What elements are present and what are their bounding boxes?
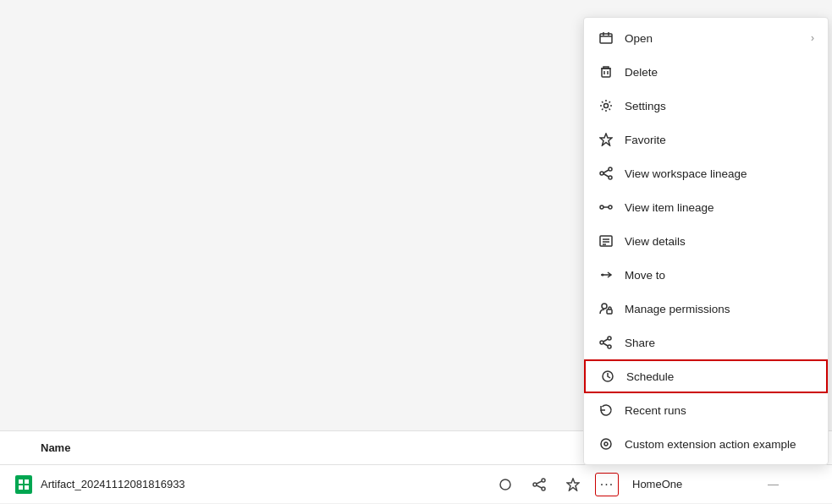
row-file-icon bbox=[14, 474, 34, 495]
schedule-icon bbox=[599, 368, 616, 385]
more-actions-button[interactable]: ··· bbox=[595, 473, 619, 496]
svg-line-9 bbox=[537, 485, 542, 488]
row-dash-cell: — bbox=[768, 478, 818, 490]
svg-marker-16 bbox=[600, 134, 612, 145]
custom-icon bbox=[598, 436, 614, 452]
menu-item-custom-extension[interactable]: Custom extension action example bbox=[584, 427, 828, 461]
svg-rect-11 bbox=[600, 34, 612, 43]
name-column-header: Name bbox=[14, 441, 497, 454]
menu-move-label: Move to bbox=[625, 269, 814, 282]
svg-point-15 bbox=[604, 104, 609, 108]
svg-point-34 bbox=[608, 345, 611, 348]
menu-item-manage-permissions[interactable]: Manage permissions bbox=[584, 292, 828, 326]
delete-icon bbox=[598, 63, 614, 80]
svg-rect-31 bbox=[607, 310, 612, 314]
svg-point-30 bbox=[602, 304, 607, 309]
grid-icon bbox=[17, 478, 30, 491]
row-type-cell: HomeOne bbox=[632, 478, 768, 490]
move-icon bbox=[598, 266, 614, 283]
svg-point-22 bbox=[600, 205, 603, 209]
svg-line-21 bbox=[603, 174, 609, 178]
svg-point-4 bbox=[500, 479, 510, 490]
svg-point-33 bbox=[600, 341, 603, 344]
svg-line-8 bbox=[537, 481, 542, 484]
share-icon bbox=[598, 334, 614, 351]
svg-point-17 bbox=[600, 172, 603, 175]
svg-point-29 bbox=[602, 274, 604, 277]
menu-workspace-lineage-label: View workspace lineage bbox=[625, 167, 814, 180]
menu-item-favorite[interactable]: Favorite bbox=[584, 123, 828, 156]
menu-item-recent-runs[interactable]: Recent runs bbox=[584, 393, 828, 427]
circle-icon bbox=[499, 478, 512, 491]
svg-rect-3 bbox=[25, 485, 29, 490]
star-row-icon bbox=[566, 478, 580, 491]
menu-details-label: View details bbox=[625, 235, 814, 248]
lineage-icon bbox=[598, 165, 614, 182]
menu-favorite-label: Favorite bbox=[625, 134, 814, 146]
svg-point-7 bbox=[542, 487, 545, 490]
menu-item-move-to[interactable]: Move to bbox=[584, 258, 828, 292]
open-submenu-chevron: › bbox=[811, 32, 814, 44]
svg-point-6 bbox=[533, 483, 537, 486]
favorite-action-button[interactable] bbox=[561, 473, 585, 496]
svg-point-19 bbox=[609, 176, 612, 179]
svg-rect-1 bbox=[25, 479, 29, 484]
menu-settings-label: Settings bbox=[625, 100, 814, 112]
open-icon bbox=[598, 30, 614, 47]
menu-item-open[interactable]: Open › bbox=[584, 21, 828, 55]
share-action-button[interactable] bbox=[527, 473, 551, 496]
row-actions: ··· bbox=[493, 473, 619, 496]
svg-rect-0 bbox=[19, 479, 23, 484]
menu-item-schedule[interactable]: Schedule bbox=[584, 359, 828, 393]
permissions-icon bbox=[598, 300, 614, 317]
menu-permissions-label: Manage permissions bbox=[625, 303, 814, 315]
menu-item-view-workspace-lineage[interactable]: View workspace lineage bbox=[584, 156, 828, 190]
svg-point-38 bbox=[601, 439, 611, 449]
svg-rect-12 bbox=[602, 68, 610, 77]
recent-runs-icon bbox=[598, 402, 614, 419]
svg-point-32 bbox=[608, 337, 611, 340]
row-name-cell: Artifact_20241112081816933 bbox=[41, 478, 493, 490]
svg-rect-2 bbox=[19, 485, 23, 490]
menu-delete-label: Delete bbox=[625, 66, 814, 79]
favorite-icon bbox=[598, 131, 614, 148]
menu-item-lineage-label: View item lineage bbox=[625, 201, 814, 214]
svg-point-23 bbox=[609, 205, 612, 209]
ellipsis-icon: ··· bbox=[600, 477, 614, 492]
menu-item-delete[interactable]: Delete bbox=[584, 55, 828, 89]
menu-recent-runs-label: Recent runs bbox=[625, 404, 814, 417]
svg-line-36 bbox=[603, 343, 608, 346]
item-lineage-icon bbox=[598, 199, 614, 216]
details-icon bbox=[598, 233, 614, 249]
menu-open-label: Open bbox=[625, 32, 811, 45]
circle-action-button[interactable] bbox=[493, 473, 517, 496]
menu-item-share[interactable]: Share bbox=[584, 326, 828, 359]
menu-custom-extension-label: Custom extension action example bbox=[625, 438, 814, 451]
svg-point-39 bbox=[604, 442, 608, 446]
settings-icon bbox=[598, 97, 614, 114]
svg-point-5 bbox=[542, 479, 545, 482]
share-row-icon bbox=[532, 478, 546, 491]
menu-share-label: Share bbox=[625, 337, 814, 349]
table-row: Artifact_20241112081816933 bbox=[0, 465, 832, 504]
svg-marker-10 bbox=[567, 479, 579, 490]
svg-point-18 bbox=[609, 167, 612, 171]
menu-schedule-label: Schedule bbox=[626, 370, 813, 383]
menu-item-view-details[interactable]: View details bbox=[584, 224, 828, 258]
green-file-icon bbox=[15, 475, 32, 494]
menu-item-view-item-lineage[interactable]: View item lineage bbox=[584, 190, 828, 224]
svg-line-20 bbox=[603, 170, 609, 173]
context-menu: Open › Delete Settings bbox=[583, 17, 829, 465]
menu-item-settings[interactable]: Settings bbox=[584, 89, 828, 123]
svg-line-35 bbox=[603, 339, 608, 342]
